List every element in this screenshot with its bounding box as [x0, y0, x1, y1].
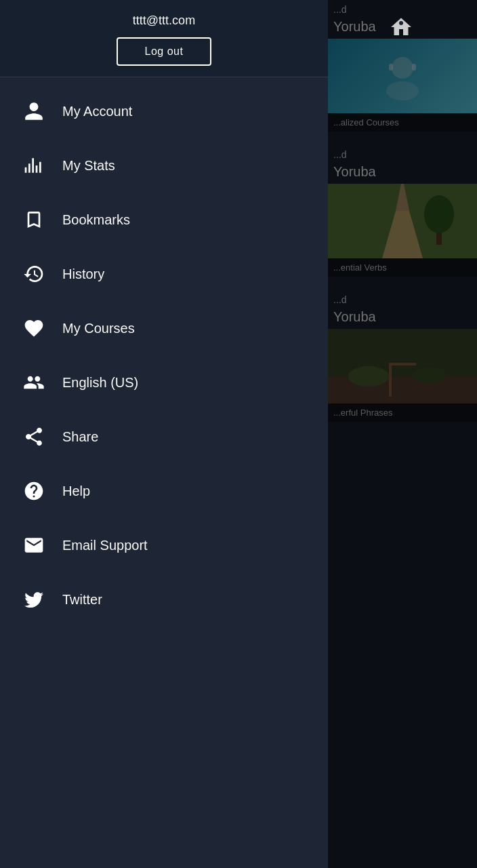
menu-label-twitter: Twitter [62, 592, 102, 608]
menu-label-language: English (US) [62, 375, 138, 391]
bookmark-icon [19, 205, 49, 235]
menu-item-language[interactable]: English (US) [0, 355, 328, 410]
email-icon [19, 530, 49, 560]
heart-icon [19, 313, 49, 343]
svg-point-15 [399, 21, 403, 25]
menu-item-email-support[interactable]: Email Support [0, 518, 328, 572]
share-icon [19, 422, 49, 452]
home-icon [389, 15, 413, 39]
menu-label-my-stats: My Stats [62, 158, 115, 174]
menu-label-bookmarks: Bookmarks [62, 212, 130, 228]
account-icon [19, 96, 49, 126]
home-button[interactable] [325, 0, 477, 54]
menu-label-history: History [62, 267, 104, 282]
menu-item-bookmarks[interactable]: Bookmarks [0, 193, 328, 247]
stats-icon [19, 151, 49, 180]
menu-label-help: Help [62, 484, 90, 499]
menu-item-my-account[interactable]: My Account [0, 84, 328, 138]
language-icon [19, 368, 49, 397]
user-email: tttt@ttt.com [133, 14, 195, 28]
menu-label-my-courses: My Courses [62, 321, 135, 336]
menu-item-my-stats[interactable]: My Stats [0, 138, 328, 193]
menu-item-my-courses[interactable]: My Courses [0, 301, 328, 355]
drawer-menu-list: My Account My Stats Bookmarks History [0, 77, 328, 868]
logout-button[interactable]: Log out [117, 37, 212, 66]
menu-label-email-support: Email Support [62, 538, 148, 553]
dim-overlay [328, 0, 477, 868]
drawer-header: tttt@ttt.com Log out [0, 0, 328, 77]
menu-item-history[interactable]: History [0, 247, 328, 301]
menu-label-share: Share [62, 429, 98, 445]
menu-label-my-account: My Account [62, 104, 132, 119]
menu-item-help[interactable]: Help [0, 464, 328, 518]
help-icon [19, 476, 49, 506]
menu-item-share[interactable]: Share [0, 410, 328, 464]
history-icon [19, 259, 49, 289]
menu-item-twitter[interactable]: Twitter [0, 572, 328, 627]
drawer-menu: tttt@ttt.com Log out My Account My Stats… [0, 0, 328, 868]
twitter-icon [19, 585, 49, 614]
